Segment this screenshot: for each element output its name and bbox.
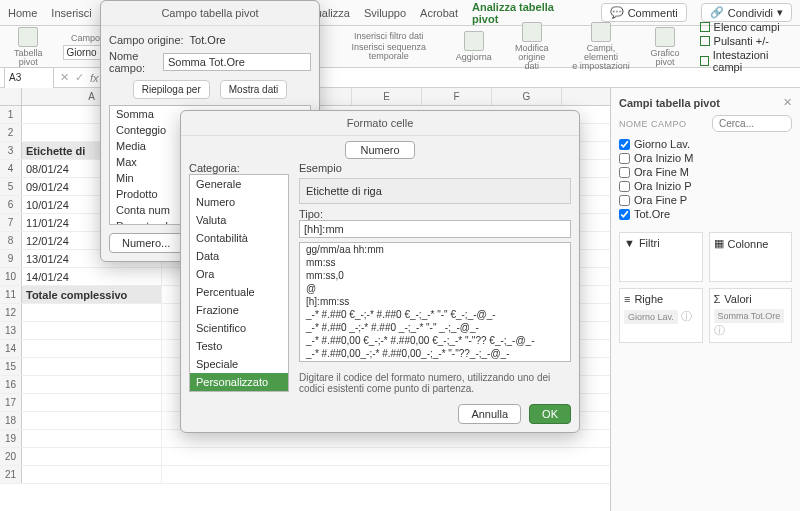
row-header[interactable]: 10 — [0, 268, 22, 285]
category-item[interactable]: Testo — [190, 337, 288, 355]
search-input[interactable] — [712, 115, 792, 132]
valori-chip[interactable]: Somma Tot.Ore — [714, 309, 785, 323]
numero-tab[interactable]: Numero — [345, 141, 414, 159]
field-item[interactable]: Ora Inizio M — [619, 152, 792, 164]
types-list[interactable]: gg/mm/aa hh:mmmm:ssmm:ss,0@[h]:mm:ss_-* … — [299, 242, 571, 362]
cell[interactable] — [22, 304, 162, 321]
cell[interactable] — [22, 358, 162, 375]
category-item[interactable]: Numero — [190, 193, 288, 211]
category-item[interactable]: Speciale — [190, 355, 288, 373]
row-header[interactable]: 21 — [0, 466, 22, 483]
field-checkbox[interactable] — [619, 195, 630, 206]
category-item[interactable]: Contabilità — [190, 229, 288, 247]
righe-chip[interactable]: Giorno Lav. — [624, 310, 678, 324]
type-item[interactable]: _-* #.##0 _-;-* #.##0 _-;_-* "-" _-;_-@_… — [300, 321, 570, 334]
field-item[interactable]: Giorno Lav. — [619, 138, 792, 150]
cell[interactable] — [22, 412, 162, 429]
type-item[interactable]: _-* #.##0,00 €_-;-* #.##0,00 €_-;_-* "-"… — [300, 334, 570, 347]
row-header[interactable]: 5 — [0, 178, 22, 195]
cell[interactable] — [22, 430, 162, 447]
field-checkbox[interactable] — [619, 181, 630, 192]
category-list[interactable]: GeneraleNumeroValutaContabilitàDataOraPe… — [189, 174, 289, 392]
col-F[interactable]: F — [422, 88, 492, 105]
row-header[interactable]: 12 — [0, 304, 22, 321]
grafico-pivot-button[interactable]: Grafico pivot — [645, 27, 686, 67]
aggiorna-button[interactable]: Aggiorna — [450, 31, 498, 62]
row-header[interactable]: 3 — [0, 142, 22, 159]
cell[interactable] — [22, 340, 162, 357]
category-item[interactable]: Personalizzato — [190, 373, 288, 391]
riepiloga-tab[interactable]: Riepiloga per — [133, 80, 210, 99]
row-header[interactable]: 9 — [0, 250, 22, 267]
ok-button[interactable]: OK — [529, 404, 571, 424]
filtri-area[interactable]: ▼Filtri — [619, 232, 703, 282]
type-item[interactable]: mm:ss,0 — [300, 269, 570, 282]
row-header[interactable]: 6 — [0, 196, 22, 213]
row-header[interactable]: 13 — [0, 322, 22, 339]
cancel-icon[interactable]: ✕ — [60, 71, 69, 84]
row-header[interactable]: 17 — [0, 394, 22, 411]
cell[interactable]: 14/01/24 — [22, 268, 162, 285]
origine-dati-button[interactable]: Modifica origine dati — [506, 22, 558, 71]
name-box[interactable] — [4, 67, 54, 89]
type-item[interactable]: _-* #.##0 €_-;-* #.##0 €_-;_-* "-" €_-;_… — [300, 308, 570, 321]
annulla-button[interactable]: Annulla — [458, 404, 521, 424]
row-header[interactable]: 19 — [0, 430, 22, 447]
pulsanti-toggle[interactable]: Pulsanti +/- — [700, 35, 792, 47]
tipo-input[interactable] — [299, 220, 571, 238]
cell[interactable]: Totale complessivo — [22, 286, 162, 303]
category-item[interactable]: Frazione — [190, 301, 288, 319]
colonne-area[interactable]: ▦Colonne — [709, 232, 793, 282]
field-item[interactable]: Ora Fine P — [619, 194, 792, 206]
field-checkbox[interactable] — [619, 167, 630, 178]
row-header[interactable]: 20 — [0, 448, 22, 465]
close-icon[interactable]: ✕ — [783, 96, 792, 109]
row[interactable]: 21 — [0, 466, 610, 484]
tab-home[interactable]: Home — [8, 7, 37, 19]
category-item[interactable]: Generale — [190, 175, 288, 193]
col-G[interactable]: G — [492, 88, 562, 105]
cell[interactable] — [22, 466, 162, 483]
tab-inserisci[interactable]: Inserisci — [51, 7, 91, 19]
type-item[interactable]: gg/mm/aa hh:mm — [300, 243, 570, 256]
row-header[interactable]: 11 — [0, 286, 22, 303]
field-checkbox[interactable] — [619, 209, 630, 220]
field-item[interactable]: Ora Inizio P — [619, 180, 792, 192]
cell[interactable] — [22, 322, 162, 339]
row[interactable]: 20 — [0, 448, 610, 466]
condividi-button[interactable]: 🔗 Condividi ▾ — [701, 3, 792, 22]
type-item[interactable]: @ — [300, 282, 570, 295]
row-header[interactable]: 14 — [0, 340, 22, 357]
elenco-campi-toggle[interactable]: Elenco campi — [700, 21, 792, 33]
category-item[interactable]: Ora — [190, 265, 288, 283]
col-E[interactable]: E — [352, 88, 422, 105]
select-all[interactable] — [0, 88, 22, 105]
field-checkbox[interactable] — [619, 139, 630, 150]
nome-campo-input[interactable] — [163, 53, 311, 71]
tab-analizza[interactable]: Analizza tabella pivot — [472, 1, 573, 25]
valori-area[interactable]: ΣValoriSomma Tot.Ore ⓘ — [709, 288, 793, 343]
cell[interactable] — [22, 376, 162, 393]
category-item[interactable]: Data — [190, 247, 288, 265]
field-item[interactable]: Tot.Ore — [619, 208, 792, 220]
type-item[interactable]: mmm-aaaa — [300, 360, 570, 362]
row-header[interactable]: 1 — [0, 106, 22, 123]
campi-elementi-button[interactable]: Campi, elementi e impostazioni — [566, 22, 637, 71]
row-header[interactable]: 15 — [0, 358, 22, 375]
fx-label[interactable]: fx — [90, 72, 99, 84]
row-header[interactable]: 2 — [0, 124, 22, 141]
commenti-button[interactable]: 💬 Commenti — [601, 3, 687, 22]
type-item[interactable]: mm:ss — [300, 256, 570, 269]
cell[interactable] — [22, 448, 162, 465]
righe-area[interactable]: ≡RigheGiorno Lav. ⓘ — [619, 288, 703, 343]
row-header[interactable]: 18 — [0, 412, 22, 429]
row-header[interactable]: 7 — [0, 214, 22, 231]
mostra-dati-tab[interactable]: Mostra dati — [220, 80, 287, 99]
intestazioni-toggle[interactable]: Intestazioni campi — [700, 49, 792, 73]
cell[interactable] — [22, 394, 162, 411]
numero-button[interactable]: Numero... — [109, 233, 183, 253]
tab-acrobat[interactable]: Acrobat — [420, 7, 458, 19]
tabella-pivot-group[interactable]: Tabellapivot — [8, 27, 49, 67]
row-header[interactable]: 4 — [0, 160, 22, 177]
row-header[interactable]: 16 — [0, 376, 22, 393]
